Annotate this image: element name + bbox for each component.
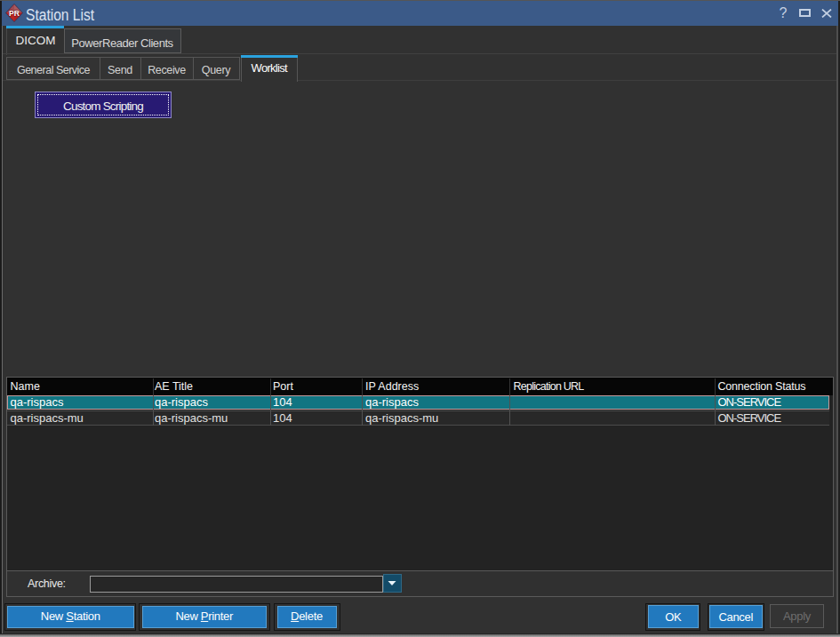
svg-text:PR: PR [9,9,20,18]
